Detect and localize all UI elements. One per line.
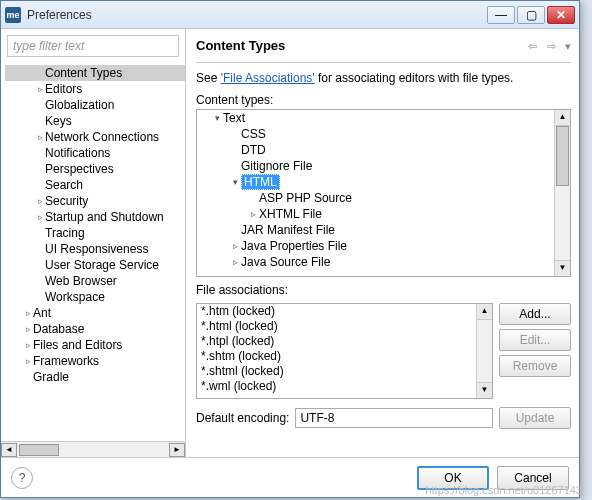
nav-item-content-types[interactable]: ▹Content Types <box>5 65 185 81</box>
nav-item-gradle[interactable]: ▹Gradle <box>5 369 185 385</box>
page-title: Content Types <box>196 38 522 53</box>
hscroll-thumb[interactable] <box>19 444 59 456</box>
page-nav-icons: ⇦ ⇨ ▾ <box>522 39 571 53</box>
scroll-down-icon[interactable]: ▼ <box>477 382 492 398</box>
ct-vscroll[interactable]: ▲ ▼ <box>554 110 570 276</box>
nav-item-tracing[interactable]: ▹Tracing <box>5 225 185 241</box>
content-types-tree[interactable]: ▾TextCSSDTDGitignore File▾HTMLASP PHP So… <box>196 109 571 277</box>
file-assoc-list[interactable]: *.htm (locked)*.html (locked)*.htpl (loc… <box>196 303 493 399</box>
nav-item-keys[interactable]: ▹Keys <box>5 113 185 129</box>
app-icon: me <box>5 7 21 23</box>
scroll-up-icon[interactable]: ▲ <box>555 110 570 126</box>
description: See 'File Associations' for associating … <box>196 71 571 85</box>
ct-item-html[interactable]: ▾HTML <box>197 174 570 190</box>
watermark: https://blog.csdn.net/u01267143 <box>425 484 582 496</box>
nav-item-database[interactable]: ▹Database <box>5 321 185 337</box>
minimize-button[interactable]: — <box>487 6 515 24</box>
ct-item-css[interactable]: CSS <box>197 126 570 142</box>
assoc-item[interactable]: *.htpl (locked) <box>197 334 492 349</box>
nav-tree[interactable]: ▹Content Types▹Editors▹Globalization▹Key… <box>1 63 185 441</box>
content-panel: Content Types ⇦ ⇨ ▾ See 'File Associatio… <box>186 29 579 457</box>
help-icon[interactable]: ? <box>11 467 33 489</box>
nav-item-notifications[interactable]: ▹Notifications <box>5 145 185 161</box>
scroll-up-icon[interactable]: ▲ <box>477 304 492 320</box>
close-button[interactable]: ✕ <box>547 6 575 24</box>
nav-item-perspectives[interactable]: ▹Perspectives <box>5 161 185 177</box>
filter-input[interactable]: type filter text <box>7 35 179 57</box>
assoc-vscroll[interactable]: ▲ ▼ <box>476 304 492 398</box>
ct-item-gitignore-file[interactable]: Gitignore File <box>197 158 570 174</box>
nav-item-security[interactable]: ▹Security <box>5 193 185 209</box>
assoc-item[interactable]: *.htm (locked) <box>197 304 492 319</box>
ct-item-java-properties-file[interactable]: ▹Java Properties File <box>197 238 570 254</box>
nav-item-network-connections[interactable]: ▹Network Connections <box>5 129 185 145</box>
maximize-button[interactable]: ▢ <box>517 6 545 24</box>
dropdown-icon[interactable]: ▾ <box>565 40 571 52</box>
scroll-right-icon[interactable]: ► <box>169 443 185 457</box>
preferences-window: me Preferences — ▢ ✕ type filter text ▹C… <box>0 0 580 498</box>
nav-item-editors[interactable]: ▹Editors <box>5 81 185 97</box>
remove-button[interactable]: Remove <box>499 355 571 377</box>
ct-item-text[interactable]: ▾Text <box>197 110 570 126</box>
assoc-item[interactable]: *.shtm (locked) <box>197 349 492 364</box>
ct-item-xhtml-file[interactable]: ▹XHTML File <box>197 206 570 222</box>
assoc-item[interactable]: *.wml (locked) <box>197 379 492 394</box>
nav-item-frameworks[interactable]: ▹Frameworks <box>5 353 185 369</box>
add-button[interactable]: Add... <box>499 303 571 325</box>
file-assoc-label: File associations: <box>196 283 571 297</box>
nav-item-user-storage-service[interactable]: ▹User Storage Service <box>5 257 185 273</box>
window-title: Preferences <box>27 8 485 22</box>
content-types-label: Content types: <box>196 93 571 107</box>
ct-item-jar-manifest-file[interactable]: JAR Manifest File <box>197 222 570 238</box>
nav-item-ant[interactable]: ▹Ant <box>5 305 185 321</box>
nav-item-globalization[interactable]: ▹Globalization <box>5 97 185 113</box>
file-associations-link[interactable]: 'File Associations' <box>221 71 315 85</box>
encoding-label: Default encoding: <box>196 411 289 425</box>
nav-tree-hscroll[interactable]: ◄ ► <box>1 441 185 457</box>
left-panel: type filter text ▹Content Types▹Editors▹… <box>1 29 186 457</box>
titlebar[interactable]: me Preferences — ▢ ✕ <box>1 1 579 29</box>
ct-item-java-source-file[interactable]: ▹Java Source File <box>197 254 570 270</box>
scroll-down-icon[interactable]: ▼ <box>555 260 570 276</box>
ct-vscroll-thumb[interactable] <box>556 126 569 186</box>
nav-item-search[interactable]: ▹Search <box>5 177 185 193</box>
update-button[interactable]: Update <box>499 407 571 429</box>
nav-item-web-browser[interactable]: ▹Web Browser <box>5 273 185 289</box>
back-icon[interactable]: ⇦ <box>528 40 537 52</box>
edit-button[interactable]: Edit... <box>499 329 571 351</box>
ct-item-asp-php-source[interactable]: ASP PHP Source <box>197 190 570 206</box>
ct-item-dtd[interactable]: DTD <box>197 142 570 158</box>
assoc-item[interactable]: *.shtml (locked) <box>197 364 492 379</box>
nav-item-ui-responsiveness[interactable]: ▹UI Responsiveness <box>5 241 185 257</box>
nav-item-workspace[interactable]: ▹Workspace <box>5 289 185 305</box>
nav-item-startup-and-shutdown[interactable]: ▹Startup and Shutdown <box>5 209 185 225</box>
forward-icon[interactable]: ⇨ <box>547 40 556 52</box>
encoding-input[interactable] <box>295 408 493 428</box>
nav-item-files-and-editors[interactable]: ▹Files and Editors <box>5 337 185 353</box>
scroll-left-icon[interactable]: ◄ <box>1 443 17 457</box>
assoc-item[interactable]: *.html (locked) <box>197 319 492 334</box>
